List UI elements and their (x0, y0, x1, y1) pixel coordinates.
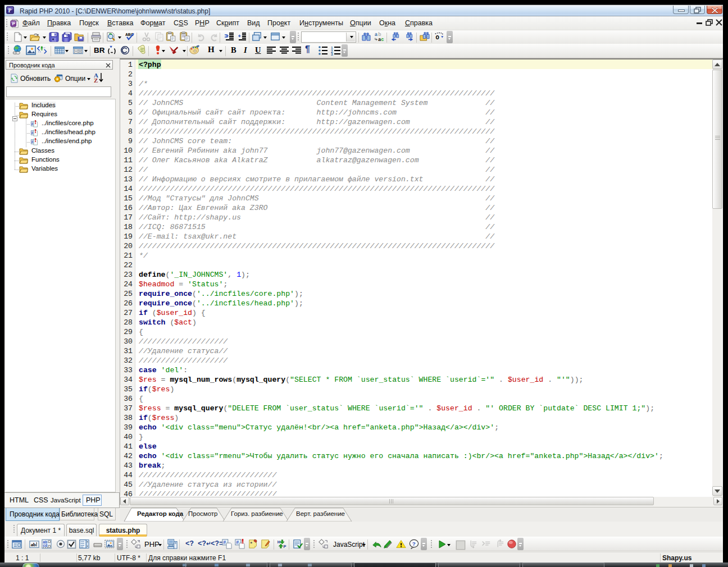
svg-text:P: P (8, 7, 12, 13)
svg-text:*: * (251, 541, 253, 546)
svg-text:a: a (375, 31, 377, 37)
svg-text:P: P (283, 544, 286, 549)
svg-text:cd: cd (43, 543, 48, 547)
svg-text:a: a (378, 36, 381, 42)
svg-text:H: H (277, 539, 280, 545)
svg-text:?: ? (412, 541, 416, 547)
svg-text:P: P (12, 21, 16, 26)
svg-text:#: # (236, 539, 239, 545)
svg-text:O: O (435, 34, 439, 41)
svg-text:3: 3 (331, 52, 333, 56)
svg-text:c: c (381, 36, 384, 42)
svg-text:ab: ab (31, 542, 36, 547)
svg-text:#: # (223, 539, 226, 545)
